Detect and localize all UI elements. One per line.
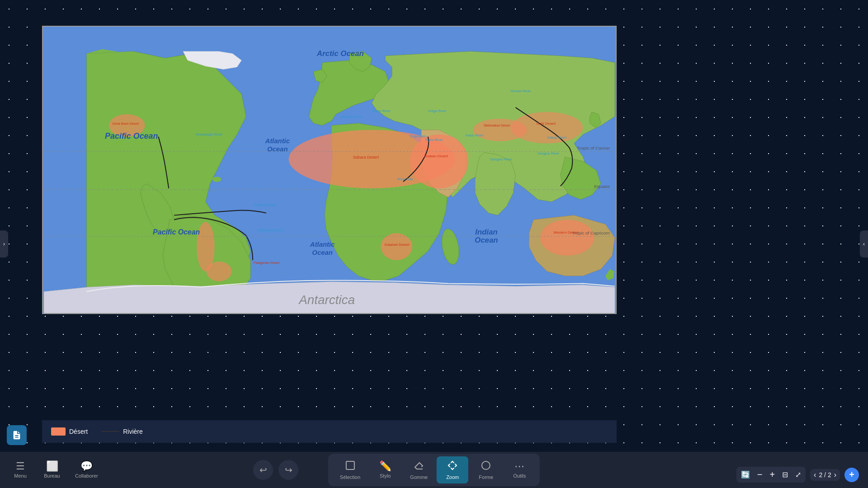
legend-desert-label: Désert [69,428,88,435]
svg-point-22 [540,220,594,255]
svg-point-14 [197,178,210,185]
bureau-label: Bureau [44,473,60,479]
left-edge-tab[interactable]: › [0,230,8,258]
zoom-button[interactable]: Zoom [437,456,468,483]
svg-text:Atakama Desert: Atakama Desert [258,228,284,232]
bureau-icon: ⬜ [46,461,58,471]
menu-icon: ☰ [16,461,25,471]
prev-page-button[interactable]: ‹ [814,471,816,479]
svg-text:Western Desert: Western Desert [553,230,579,235]
svg-text:Indus River: Indus River [465,133,484,137]
page-indicator: 2 / 2 [819,471,831,479]
zoom-reset-button[interactable]: 🔄 [738,469,753,480]
svg-text:Tropic of Cancer: Tropic of Cancer [577,145,610,150]
stylo-label: Stylo [380,473,391,479]
document-button[interactable] [7,425,27,445]
right-controls: 🔄 − + ⊟ ⤢ ‹ 2 / 2 › + [736,467,859,483]
zoom-out-button[interactable]: − [755,469,765,481]
svg-text:Patagonian Desert: Patagonian Desert [254,261,280,265]
legend-river-item: Rivière [101,428,143,435]
collaborer-label: Collaborer [75,473,98,479]
zoom-in-button[interactable]: + [767,469,778,481]
svg-point-18 [410,134,468,188]
svg-text:Pacific Ocean: Pacific Ocean [153,228,200,236]
fit-button[interactable]: ⊟ [779,469,791,480]
svg-text:Kalahari Desert: Kalahari Desert [385,243,410,247]
menu-button[interactable]: ☰ Menu [5,458,36,482]
forme-label: Forme [479,474,493,480]
selection-icon [344,460,355,473]
legend-river-label: Rivière [123,428,143,435]
toolbar-left: ☰ Menu ⬜ Bureau 💬 Collaborer [0,458,110,482]
svg-text:Yangtze River: Yangtze River [537,151,560,155]
fullscreen-button[interactable]: ⤢ [793,469,804,480]
undo-redo: ↩ ↪ [253,460,298,480]
page-navigation: ‹ 2 / 2 › [810,469,840,481]
svg-text:Arctic Ocean: Arctic Ocean [316,49,364,58]
svg-text:Pacific Ocean: Pacific Ocean [105,131,158,141]
svg-point-65 [482,461,490,469]
outils-label: Outils [513,473,526,479]
zoom-label: Zoom [446,474,459,480]
svg-text:Mississippi River: Mississippi River [196,132,222,136]
svg-text:Ocean: Ocean [267,145,288,153]
svg-text:Euphrates: Euphrates [410,134,427,138]
bureau-button[interactable]: ⬜ Bureau [36,458,68,482]
outils-icon: ⋯ [514,461,524,471]
svg-text:Rhine River: Rhine River [372,109,391,113]
svg-text:Great Basin Desert: Great Basin Desert [112,122,139,125]
undo-button[interactable]: ↩ [253,460,273,480]
zoom-icon [447,460,458,473]
svg-point-24 [207,262,232,282]
toolbar-center: Sélection ✏️ Stylo Gomme Zoom [328,454,540,486]
menu-label: Menu [14,473,27,479]
svg-text:Antarctica: Antarctica [298,293,355,307]
legend-desert-swatch [51,427,66,436]
svg-rect-64 [346,461,354,469]
redo-button[interactable]: ↪ [278,460,298,480]
svg-text:Equator: Equator [594,184,610,189]
collaborer-icon: 💬 [80,461,93,471]
gomme-button[interactable]: Gomme [403,456,435,483]
svg-text:Arabian Desert: Arabian Desert [424,154,448,158]
svg-text:Ocean: Ocean [475,236,498,244]
zoom-control-bar: 🔄 − + ⊟ ⤢ [736,467,806,483]
svg-text:Gobi Desert: Gobi Desert [537,122,556,126]
legend-bar: Désert Rivière [42,420,617,443]
svg-text:Volga River: Volga River [428,109,447,113]
svg-point-15 [212,177,222,182]
gomme-label: Gomme [410,474,428,480]
selection-label: Sélection [340,474,360,480]
stylo-button[interactable]: ✏️ Stylo [369,458,401,482]
svg-text:Yellow River: Yellow River [547,136,567,140]
svg-text:Yenisei River: Yenisei River [510,89,531,93]
svg-text:Tigris River: Tigris River [425,138,443,142]
legend-river-swatch [101,431,119,432]
svg-text:Indian: Indian [475,228,498,236]
svg-point-25 [473,119,527,141]
stylo-icon: ✏️ [379,461,392,471]
svg-text:Amazon River: Amazon River [254,203,277,207]
toolbar: ☰ Menu ⬜ Bureau 💬 Collaborer Sélection ✏… [0,452,868,488]
next-page-button[interactable]: › [834,471,836,479]
selection-button[interactable]: Sélection [333,456,368,483]
svg-text:River Nile: River Nile [397,177,413,181]
svg-text:Danube River: Danube River [340,115,363,119]
svg-text:Taklamakan Desert: Taklamakan Desert [483,124,510,127]
collaborer-button[interactable]: 💬 Collaborer [68,458,105,482]
svg-text:Ganges River: Ganges River [490,157,512,161]
map-container: Pacific Ocean Pacific Ocean Atlantic Oce… [42,26,617,314]
add-page-button[interactable]: + [844,468,859,482]
legend-desert-item: Désert [51,427,88,436]
forme-icon [481,460,491,473]
svg-text:Atlantic: Atlantic [264,137,290,145]
svg-text:Atlantic: Atlantic [310,241,335,248]
svg-text:Ocean: Ocean [312,249,333,256]
gomme-icon [414,460,425,473]
forme-button[interactable]: Forme [470,456,502,483]
right-edge-tab[interactable]: ‹ [860,230,868,258]
outils-button[interactable]: ⋯ Outils [504,458,535,482]
svg-text:Sahara Desert: Sahara Desert [353,155,379,160]
